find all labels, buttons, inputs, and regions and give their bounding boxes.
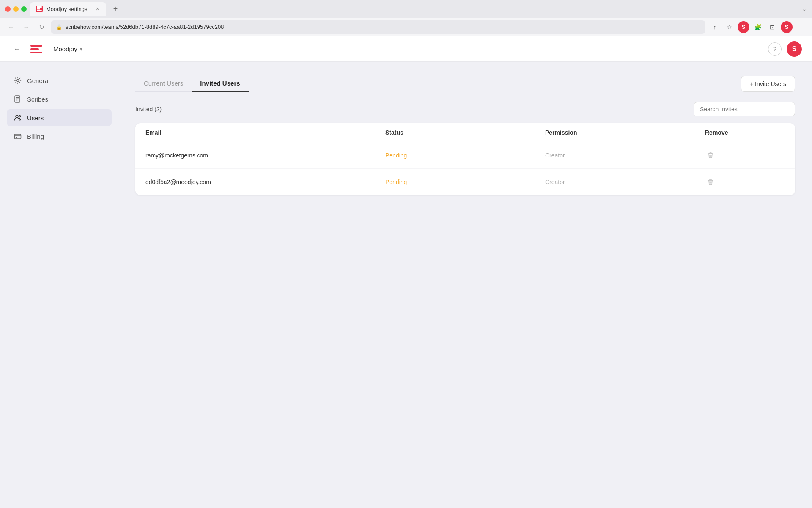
table-header-row: Email Status Permission Remove — [135, 123, 795, 142]
sidebar-label-billing: Billing — [27, 133, 44, 140]
gear-icon — [14, 76, 22, 85]
status-cell-1: Pending — [385, 179, 545, 185]
permission-cell-0: Creator — [545, 152, 705, 159]
sidebar: General Scribes — [0, 62, 118, 508]
app-header: ← Moodjoy ▾ ? S — [0, 36, 812, 62]
extension-puzzle-icon[interactable]: 🧩 — [752, 21, 764, 33]
forward-button[interactable]: → — [20, 21, 32, 33]
invite-users-button[interactable]: + Invite Users — [741, 76, 795, 92]
header-right: ? S — [768, 41, 802, 57]
sidebar-item-scribes[interactable]: Scribes — [7, 91, 112, 108]
window-close-button[interactable] — [5, 6, 11, 12]
extension-scribe-icon[interactable]: S — [738, 21, 749, 33]
svg-rect-10 — [15, 134, 21, 139]
window-maximize-button[interactable] — [21, 6, 27, 12]
sidebar-label-general: General — [27, 77, 49, 84]
invites-count: Invited (2) — [135, 106, 162, 113]
back-button[interactable]: ← — [5, 21, 17, 33]
svg-point-3 — [17, 80, 19, 82]
new-tab-button[interactable]: + — [110, 3, 121, 15]
status-cell-0: Pending — [385, 152, 545, 159]
svg-rect-1 — [37, 8, 40, 10]
browser-chrome: Moodjoy settings ✕ + ⌄ ← → ↻ 🔒 scribehow… — [0, 0, 812, 36]
download-icon[interactable]: ↑ — [709, 21, 721, 33]
remove-cell-0 — [705, 150, 785, 161]
lock-icon: 🔒 — [56, 24, 62, 30]
sidebar-item-users[interactable]: Users — [7, 109, 112, 126]
app-back-button[interactable]: ← — [10, 42, 24, 56]
trash-icon — [707, 152, 714, 159]
col-header-status: Status — [385, 129, 545, 136]
col-header-remove: Remove — [705, 129, 785, 136]
tab-bar: Current Users Invited Users + Invite Use… — [135, 75, 795, 92]
search-input[interactable] — [694, 102, 795, 116]
sidebar-item-general[interactable]: General — [7, 72, 112, 89]
address-bar[interactable]: 🔒 scribehow.com/teams/52d6db71-8d89-4c7c… — [51, 20, 705, 34]
tab-menu-icon: ⌄ — [802, 6, 807, 12]
scribes-icon — [14, 95, 22, 103]
email-cell-0: ramy@rocketgems.com — [145, 152, 385, 159]
browser-menu-icon[interactable]: ⋮ — [795, 21, 807, 33]
url-text: scribehow.com/teams/52d6db71-8d89-4c7c-a… — [66, 24, 700, 30]
svg-point-9 — [19, 116, 21, 117]
svg-rect-12 — [16, 137, 17, 138]
billing-icon — [14, 132, 22, 141]
toolbar-right-icons: ↑ ☆ S 🧩 ⊡ S ⋮ — [709, 21, 807, 33]
main-content: Current Users Invited Users + Invite Use… — [118, 62, 812, 508]
email-cell-1: dd0df5a2@moodjoy.com — [145, 179, 385, 185]
tabs: Current Users Invited Users — [135, 75, 249, 92]
sidebar-label-users: Users — [27, 114, 44, 121]
browser-titlebar: Moodjoy settings ✕ + ⌄ — [0, 0, 812, 18]
col-header-permission: Permission — [545, 129, 705, 136]
svg-rect-2 — [37, 10, 42, 11]
table-row: dd0df5a2@moodjoy.com Pending Creator — [135, 169, 795, 195]
remove-button-0[interactable] — [705, 150, 716, 161]
window-minimize-button[interactable] — [13, 6, 19, 12]
remove-button-1[interactable] — [705, 177, 716, 188]
svg-rect-0 — [37, 6, 42, 8]
window-controls — [5, 6, 27, 12]
permission-cell-1: Creator — [545, 179, 705, 185]
reload-button[interactable]: ↻ — [36, 21, 47, 33]
col-header-email: Email — [145, 129, 385, 136]
tab-title: Moodjoy settings — [46, 6, 88, 12]
tab-close-button[interactable]: ✕ — [94, 6, 100, 12]
bookmark-icon[interactable]: ☆ — [723, 21, 735, 33]
svg-point-8 — [16, 115, 18, 118]
tab-invited-users[interactable]: Invited Users — [192, 75, 248, 92]
browser-tab[interactable]: Moodjoy settings ✕ — [30, 2, 106, 16]
app-body: General Scribes — [0, 62, 812, 508]
profile-avatar[interactable]: S — [787, 41, 802, 57]
app-wrapper: ← Moodjoy ▾ ? S — [0, 36, 812, 508]
remove-cell-1 — [705, 177, 785, 188]
logo-line-1 — [30, 45, 42, 47]
sidebar-toggle-icon[interactable]: ⊡ — [766, 21, 778, 33]
browser-toolbar: ← → ↻ 🔒 scribehow.com/teams/52d6db71-8d8… — [0, 18, 812, 36]
tab-current-users[interactable]: Current Users — [135, 75, 192, 92]
help-button[interactable]: ? — [768, 42, 782, 56]
logo-line-3 — [30, 52, 42, 53]
app-logo — [29, 41, 44, 57]
table-row: ramy@rocketgems.com Pending Creator — [135, 142, 795, 169]
trash-icon — [707, 178, 714, 186]
invites-header: Invited (2) — [135, 102, 795, 116]
workspace-name: Moodjoy — [53, 45, 77, 52]
tab-favicon — [36, 6, 43, 12]
workspace-selector[interactable]: Moodjoy ▾ — [49, 43, 87, 55]
logo-line-2 — [30, 48, 39, 50]
chevron-down-icon: ▾ — [80, 46, 82, 52]
sidebar-label-scribes: Scribes — [27, 96, 48, 103]
sidebar-item-billing[interactable]: Billing — [7, 128, 112, 145]
chrome-profile-icon[interactable]: S — [781, 21, 793, 33]
invites-table: Email Status Permission Remove ramy@rock… — [135, 123, 795, 195]
users-icon — [14, 113, 22, 122]
